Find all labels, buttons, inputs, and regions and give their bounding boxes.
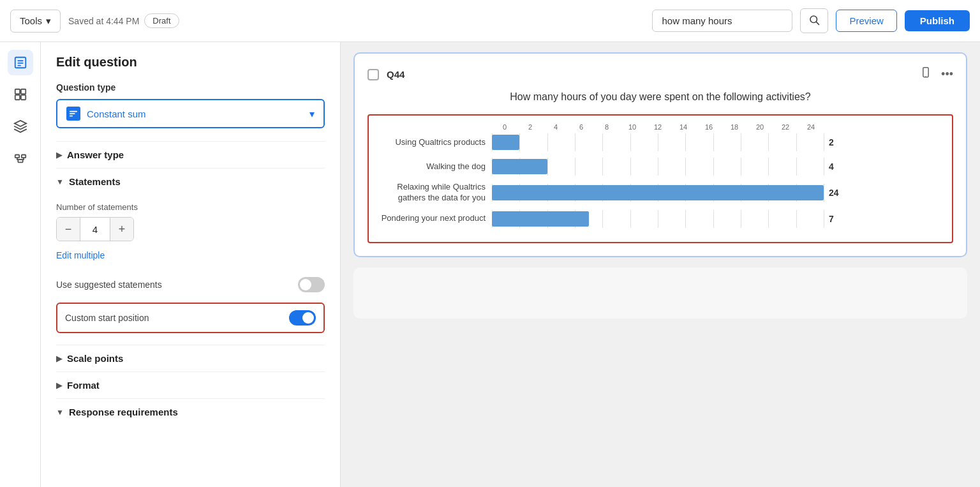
chart-container: 0 2 4 6 8 10 12 14 16 18 20 22 24 Using … [368,114,953,243]
nav-icon-logic[interactable] [8,146,33,171]
toggle-knob [300,279,311,290]
axis-tick-8: 8 [594,123,620,131]
question-text: How many hours of you day were spent on … [368,91,953,103]
axis-tick-2: 2 [517,123,543,131]
scale-points-label: Scale points [67,353,123,364]
save-status: Saved at 4:44 PM Draft [68,13,179,28]
arrow-right-icon-scale: ▶ [56,354,62,363]
question-card: Q44 ••• How many hours of you day were s… [353,52,967,257]
axis-tick-22: 22 [773,123,798,131]
top-bar: Tools ▾ Saved at 4:44 PM Draft Preview P… [0,0,980,42]
arrow-down-icon: ▼ [56,177,64,186]
chevron-down-icon: ▾ [46,15,51,27]
bar-label: Relaxing while Qualtrics gathers the dat… [374,182,492,204]
svg-rect-16 [70,111,77,112]
response-req-label: Response requirements [69,407,178,417]
axis-tick-12: 12 [645,123,671,131]
chart-row: Pondering your next product7 [374,210,947,228]
use-suggested-toggle[interactable] [298,277,325,292]
question-checkbox[interactable] [368,69,379,80]
custom-start-label: Custom start position [65,313,149,323]
bar-label: Using Qualtrics products [374,137,492,148]
svg-rect-19 [923,68,928,77]
decrease-button[interactable]: − [57,218,80,241]
icon-nav [0,42,41,487]
main-layout: Edit question Question type Constant sum… [0,42,980,487]
format-label: Format [67,380,100,391]
mobile-preview-button[interactable] [919,66,932,82]
axis-tick-14: 14 [671,123,696,131]
bar-value: 7 [829,214,847,224]
axis-tick-20: 20 [747,123,773,131]
stepper-value: 4 [80,218,110,241]
arrow-right-icon: ▶ [56,151,62,160]
arrow-right-icon-format: ▶ [56,381,62,390]
bar-fill [492,159,547,174]
nav-icon-design[interactable] [8,114,33,139]
bar-value: 24 [829,188,847,198]
survey-title-input[interactable] [652,10,792,32]
question-type-dropdown[interactable]: Constant sum ▾ [56,99,325,128]
svg-rect-17 [70,113,75,114]
svg-rect-7 [20,89,25,94]
use-suggested-label: Use suggested statements [56,280,162,290]
question-actions: ••• [919,66,953,82]
custom-start-toggle[interactable] [289,310,316,326]
bar-value: 4 [829,161,847,172]
answer-type-section[interactable]: ▶ Answer type [56,141,325,168]
axis-tick-18: 18 [722,123,747,131]
svg-rect-9 [20,95,25,100]
sidebar: Edit question Question type Constant sum… [41,42,341,487]
use-suggested-row: Use suggested statements [56,271,325,299]
bar-label: Walking the dog [374,161,492,172]
edit-multiple-link[interactable]: Edit multiple [56,250,325,260]
more-options-button[interactable]: ••• [941,68,953,81]
bar-wrapper [492,158,824,176]
bar-fill [492,135,519,150]
bar-label: Pondering your next product [374,213,492,224]
constant-sum-icon [66,107,80,121]
nav-icon-survey[interactable] [8,50,33,75]
tools-button[interactable]: Tools ▾ [10,10,61,33]
chart-row: Using Qualtrics products2 [374,133,947,151]
sidebar-title: Edit question [56,55,325,70]
svg-rect-18 [70,116,73,117]
bar-wrapper [492,184,824,202]
scale-points-section[interactable]: ▶ Scale points [56,345,325,371]
content-area: Q44 ••• How many hours of you day were s… [341,42,980,487]
svg-rect-8 [15,95,19,100]
num-statements-label: Number of statements [56,202,325,212]
chart-rows: Using Qualtrics products2Walking the dog… [374,133,947,228]
x-axis-top: 0 2 4 6 8 10 12 14 16 18 20 22 24 [492,123,947,131]
search-button[interactable] [800,8,828,33]
arrow-down-icon-resp: ▼ [56,408,64,417]
num-statements-stepper: − 4 + [56,217,134,241]
search-icon [808,14,820,27]
format-section[interactable]: ▶ Format [56,371,325,398]
bar-value: 2 [829,137,847,147]
axis-tick-0: 0 [492,123,517,131]
question-type-label: Question type [56,82,325,93]
increase-button[interactable]: + [110,218,133,241]
response-req-section[interactable]: ▼ Response requirements [56,398,325,425]
statements-section[interactable]: ▼ Statements [56,168,325,195]
custom-start-row: Custom start position [56,303,325,333]
chart-row: Walking the dog4 [374,158,947,176]
question-id: Q44 [387,69,919,80]
faded-card [353,267,967,318]
preview-button[interactable]: Preview [836,10,896,32]
svg-rect-6 [15,89,19,94]
publish-button[interactable]: Publish [905,10,970,31]
nav-icon-blocks[interactable] [8,82,33,107]
toggle-knob-on [302,312,314,324]
bar-wrapper [492,133,824,151]
tools-label: Tools [20,15,42,26]
axis-tick-16: 16 [696,123,722,131]
axis-tick-4: 4 [543,123,568,131]
answer-type-label: Answer type [67,149,124,160]
axis-tick-6: 6 [568,123,594,131]
bar-fill [492,185,824,200]
chart-row: Relaxing while Qualtrics gathers the dat… [374,182,947,204]
statements-content: Number of statements − 4 + Edit multiple… [56,195,325,345]
dropdown-chevron-icon: ▾ [309,108,315,120]
